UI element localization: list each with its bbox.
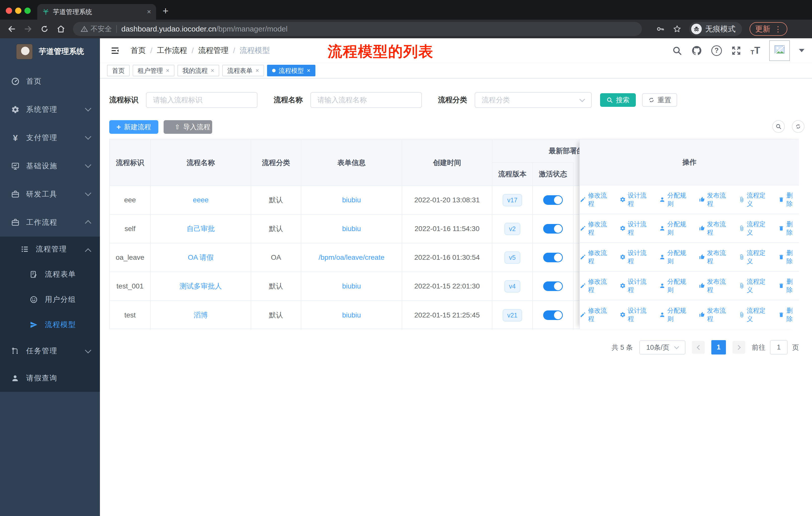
address-bar[interactable]: 不安全 dashboard.yudao.iocoder.cn/bpm/manag…	[73, 22, 642, 36]
design-process-link[interactable]: 设计流程	[620, 277, 653, 294]
form-info-link[interactable]: biubiu	[342, 225, 361, 233]
tag-home[interactable]: 首页	[107, 65, 129, 76]
security-warning[interactable]: 不安全	[81, 24, 112, 34]
avatar[interactable]	[769, 40, 790, 61]
assign-rule-link[interactable]: 分配规则	[659, 277, 692, 294]
breadcrumb-workflow[interactable]: 工作流程	[157, 45, 187, 56]
close-icon[interactable]: ×	[211, 67, 214, 74]
process-name-link[interactable]: eeee	[193, 196, 208, 204]
process-key-input[interactable]	[146, 92, 258, 108]
fullscreen-icon[interactable]	[731, 45, 742, 56]
version-badge[interactable]: v21	[503, 309, 522, 322]
process-name-link[interactable]: 测试多审批人	[180, 281, 222, 291]
publish-process-link[interactable]: 发布流程	[699, 191, 732, 208]
next-page-button[interactable]	[732, 341, 745, 354]
assign-rule-link[interactable]: 分配规则	[659, 191, 692, 208]
reset-button[interactable]: 重置	[642, 93, 677, 107]
breadcrumb-process-mgmt[interactable]: 流程管理	[198, 45, 229, 56]
process-name-input[interactable]	[310, 92, 422, 108]
active-toggle[interactable]	[543, 195, 563, 205]
current-page[interactable]: 1	[711, 340, 726, 354]
refresh-icon-button[interactable]	[792, 120, 805, 133]
prev-page-button[interactable]	[692, 341, 705, 354]
tag-my-process[interactable]: 我的流程×	[177, 65, 219, 76]
back-icon[interactable]	[7, 24, 16, 33]
search-icon[interactable]	[672, 46, 682, 56]
tag-process-form[interactable]: 流程表单×	[222, 65, 264, 76]
caret-down-icon[interactable]	[799, 49, 805, 52]
forward-icon[interactable]	[24, 24, 33, 33]
publish-process-link[interactable]: 发布流程	[699, 306, 732, 323]
version-badge[interactable]: v4	[504, 280, 520, 293]
import-process-button[interactable]: ⇧ 导入流程	[164, 120, 212, 134]
active-toggle[interactable]	[543, 310, 563, 320]
key-icon[interactable]	[656, 24, 665, 33]
sidebar-item-devtools[interactable]: 研发工具	[0, 180, 100, 208]
search-button[interactable]: 搜索	[600, 93, 636, 107]
tag-tenant[interactable]: 租户管理×	[133, 65, 174, 76]
delete-link[interactable]: 删除	[778, 249, 799, 265]
design-process-link[interactable]: 设计流程	[620, 249, 653, 265]
process-name-link[interactable]: OA 请假	[188, 253, 214, 262]
edit-process-link[interactable]: 修改流程	[580, 191, 613, 208]
new-tab-button[interactable]: +	[163, 5, 168, 17]
close-icon[interactable]: ×	[307, 67, 310, 74]
publish-process-link[interactable]: 发布流程	[699, 249, 732, 265]
delete-link[interactable]: 删除	[778, 220, 799, 237]
sidebar-item-infra[interactable]: 基础设施	[0, 152, 100, 180]
assign-rule-link[interactable]: 分配规则	[659, 220, 692, 237]
bookmark-star-icon[interactable]	[672, 24, 682, 33]
form-info-link[interactable]: biubiu	[342, 196, 361, 204]
browser-menu-icon[interactable]: ⋮	[774, 25, 782, 33]
delete-link[interactable]: 删除	[778, 191, 799, 208]
edit-process-link[interactable]: 修改流程	[580, 249, 613, 265]
edit-process-link[interactable]: 修改流程	[580, 306, 613, 323]
show-search-icon-button[interactable]	[772, 120, 785, 133]
form-info-link[interactable]: /bpm/oa/leave/create	[319, 253, 385, 262]
assign-rule-link[interactable]: 分配规则	[659, 249, 692, 265]
browser-tab[interactable]: 芋道管理系统 ×	[37, 4, 156, 20]
edit-process-link[interactable]: 修改流程	[580, 277, 613, 294]
process-definition-link[interactable]: 流程定义	[739, 249, 772, 265]
sidebar-item-workflow[interactable]: 工作流程	[0, 208, 100, 237]
sidebar-item-leave-query[interactable]: 请假查询	[0, 364, 100, 392]
process-category-select[interactable]: 流程分类	[475, 92, 592, 108]
assign-rule-link[interactable]: 分配规则	[659, 306, 692, 323]
sidebar-item-user-group[interactable]: 用户分组	[0, 287, 100, 312]
edit-process-link[interactable]: 修改流程	[580, 220, 613, 237]
design-process-link[interactable]: 设计流程	[620, 306, 653, 323]
breadcrumb-home[interactable]: 首页	[130, 45, 146, 56]
font-size-icon[interactable]: TT	[751, 45, 760, 56]
sidebar-item-home[interactable]: 首页	[0, 67, 100, 96]
sidebar-collapse-icon[interactable]	[110, 46, 120, 55]
sidebar-item-payment[interactable]: ¥ 支付管理	[0, 124, 100, 152]
process-name-link[interactable]: 自己审批	[187, 224, 215, 234]
delete-link[interactable]: 删除	[778, 277, 799, 294]
process-definition-link[interactable]: 流程定义	[739, 277, 772, 294]
maximize-window-button[interactable]	[24, 7, 31, 14]
chrome-update-button[interactable]: 更新 ⋮	[750, 22, 787, 36]
sidebar-item-process-model[interactable]: 流程模型	[0, 312, 100, 337]
design-process-link[interactable]: 设计流程	[620, 220, 653, 237]
version-badge[interactable]: v5	[504, 251, 520, 264]
tag-process-model[interactable]: 流程模型×	[267, 65, 315, 76]
close-window-button[interactable]	[6, 7, 12, 14]
sidebar-item-process-form[interactable]: 流程表单	[0, 262, 100, 287]
page-size-select[interactable]: 10条/页	[639, 341, 686, 354]
process-definition-link[interactable]: 流程定义	[739, 191, 772, 208]
tab-close-icon[interactable]: ×	[147, 8, 151, 16]
goto-page-input[interactable]	[770, 340, 788, 354]
close-icon[interactable]: ×	[256, 67, 259, 74]
github-icon[interactable]	[691, 45, 702, 56]
version-badge[interactable]: v17	[503, 194, 522, 206]
close-icon[interactable]: ×	[166, 67, 169, 74]
create-process-button[interactable]: + 新建流程	[109, 120, 158, 134]
minimize-window-button[interactable]	[15, 7, 21, 14]
sidebar-item-process-mgmt[interactable]: 流程管理	[0, 237, 100, 262]
sidebar-item-system[interactable]: 系统管理	[0, 96, 100, 124]
publish-process-link[interactable]: 发布流程	[699, 277, 732, 294]
process-definition-link[interactable]: 流程定义	[739, 306, 772, 323]
design-process-link[interactable]: 设计流程	[620, 191, 653, 208]
process-definition-link[interactable]: 流程定义	[739, 220, 772, 237]
version-badge[interactable]: v2	[504, 223, 520, 235]
